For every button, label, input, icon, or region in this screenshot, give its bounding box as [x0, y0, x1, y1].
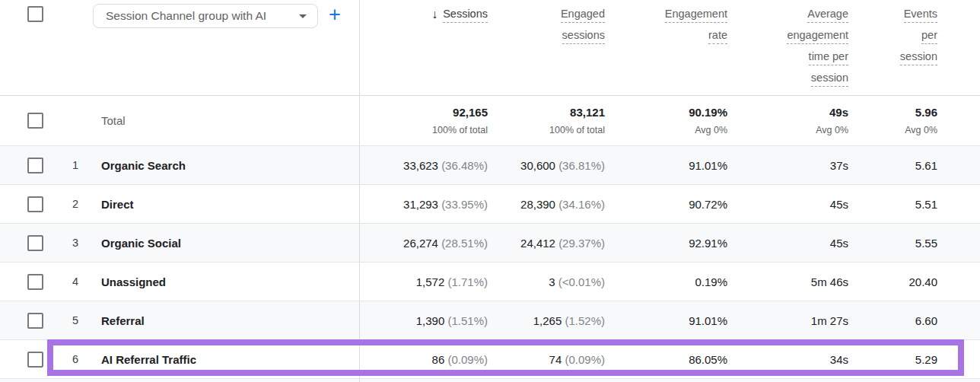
- events-per-session-cell: 5.55: [848, 237, 937, 250]
- table-row[interactable]: 1 Organic Search 33,623 (36.48%) 30,600 …: [0, 145, 980, 184]
- sessions-cell: 86 (0.09%): [359, 353, 488, 366]
- table-row[interactable]: 3 Organic Social 26,274 (28.51%) 24,412 …: [0, 223, 980, 262]
- row-number: 4: [44, 275, 78, 288]
- sessions-cell: 33,623 (36.48%): [359, 159, 488, 172]
- row-checkbox[interactable]: [27, 313, 43, 329]
- row-checkbox[interactable]: [27, 158, 43, 173]
- table-row[interactable]: 5 Referral 1,390 (1.51%) 1,265 (1.52%) 9…: [0, 301, 980, 339]
- avg-engagement-time-cell: 1m 27s: [727, 314, 848, 327]
- channel-name: Organic Search: [101, 159, 359, 172]
- events-per-session-cell: 5.51: [848, 198, 937, 211]
- engaged-sessions-cell: 28,390 (34.16%): [488, 198, 605, 211]
- metric-headers: ↓ Sessions Engagedsessions Engagementrat…: [359, 8, 937, 93]
- table-row[interactable]: 4 Unassigned 1,572 (1.71%) 3 (<0.01%) 0.…: [0, 262, 980, 301]
- column-divider: [359, 0, 360, 382]
- engaged-sessions-cell: 1,265 (1.52%): [488, 314, 605, 327]
- total-label: Total: [101, 114, 359, 127]
- total-row-checkbox[interactable]: [27, 113, 43, 129]
- engagement-rate-cell: 91.01%: [605, 314, 727, 327]
- engaged-sessions-cell: 24,412 (29.37%): [488, 237, 605, 250]
- analytics-channel-table: Session Channel group with AI + ↓ Sessio…: [0, 0, 980, 382]
- table-header: Session Channel group with AI + ↓ Sessio…: [0, 0, 980, 95]
- dimension-dropdown[interactable]: Session Channel group with AI: [93, 4, 318, 28]
- row-checkbox[interactable]: [27, 274, 43, 290]
- engagement-rate-cell: 86.05%: [605, 353, 727, 366]
- row-checkbox[interactable]: [27, 235, 43, 251]
- next-row-sliver: [0, 378, 980, 382]
- table-row[interactable]: 2 Direct 31,293 (33.95%) 28,390 (34.16%)…: [0, 184, 980, 223]
- engagement-rate-cell: 90.72%: [605, 198, 727, 211]
- row-number: 1: [44, 159, 78, 171]
- row-number: 6: [44, 353, 78, 365]
- sessions-cell: 31,293 (33.95%): [359, 198, 488, 211]
- channel-name: Referral: [101, 314, 359, 327]
- sessions-cell: 1,572 (1.71%): [359, 275, 488, 288]
- plus-icon: +: [329, 3, 341, 26]
- engagement-rate-cell: 0.19%: [605, 275, 727, 288]
- events-per-session-cell: 5.61: [848, 159, 937, 172]
- column-header-avg-engagement-time[interactable]: Averageengagementtime persession: [727, 8, 848, 93]
- row-number: 5: [44, 314, 78, 326]
- engagement-rate-cell: 92.91%: [605, 237, 727, 250]
- events-per-session-cell: 5.29: [848, 353, 937, 366]
- row-checkbox[interactable]: [27, 196, 43, 212]
- sort-descending-icon: ↓: [431, 8, 438, 21]
- total-events-per-session: 5.96 Avg 0%: [848, 106, 937, 135]
- dimension-dropdown-label: Session Channel group with AI: [106, 9, 266, 23]
- avg-engagement-time-cell: 34s: [727, 353, 848, 366]
- total-avg-engagement-time: 49s Avg 0%: [727, 106, 848, 135]
- sessions-cell: 1,390 (1.51%): [359, 314, 488, 327]
- channel-name: Organic Social: [101, 237, 359, 250]
- channel-name: AI Referral Traffic: [101, 353, 359, 366]
- sessions-cell: 26,274 (28.51%): [359, 237, 488, 250]
- select-all-checkbox[interactable]: [27, 6, 43, 22]
- avg-engagement-time-cell: 37s: [727, 159, 848, 172]
- engagement-rate-cell: 91.01%: [605, 159, 727, 172]
- column-header-engagement-rate[interactable]: Engagementrate: [605, 8, 727, 93]
- events-per-session-cell: 20.40: [848, 275, 937, 288]
- total-engagement-rate: 90.19% Avg 0%: [605, 106, 727, 135]
- table-row[interactable]: 6 AI Referral Traffic 86 (0.09%) 74 (0.0…: [0, 339, 980, 378]
- channel-name: Unassigned: [101, 275, 359, 288]
- avg-engagement-time-cell: 45s: [727, 198, 848, 211]
- total-row: Total 92,165 100% of total 83,121 100% o…: [0, 95, 980, 145]
- events-per-session-cell: 6.60: [848, 314, 937, 327]
- avg-engagement-time-cell: 45s: [727, 237, 848, 250]
- table-rows: 1 Organic Search 33,623 (36.48%) 30,600 …: [0, 145, 980, 378]
- engaged-sessions-cell: 3 (<0.01%): [488, 275, 605, 288]
- column-header-sessions[interactable]: ↓ Sessions: [359, 8, 488, 93]
- row-number: 3: [44, 237, 78, 249]
- channel-name: Direct: [101, 198, 359, 211]
- add-dimension-button[interactable]: +: [325, 3, 345, 27]
- row-checkbox[interactable]: [27, 352, 43, 368]
- total-sessions: 92,165 100% of total: [359, 106, 488, 135]
- engaged-sessions-cell: 30,600 (36.81%): [488, 159, 605, 172]
- avg-engagement-time-cell: 5m 46s: [727, 275, 848, 288]
- engaged-sessions-cell: 74 (0.09%): [488, 353, 605, 366]
- chevron-down-icon: [299, 14, 307, 18]
- row-number: 2: [44, 198, 78, 210]
- total-engaged-sessions: 83,121 100% of total: [488, 106, 605, 135]
- column-header-events-per-session[interactable]: Eventspersession: [848, 8, 937, 93]
- column-header-engaged-sessions[interactable]: Engagedsessions: [488, 8, 605, 93]
